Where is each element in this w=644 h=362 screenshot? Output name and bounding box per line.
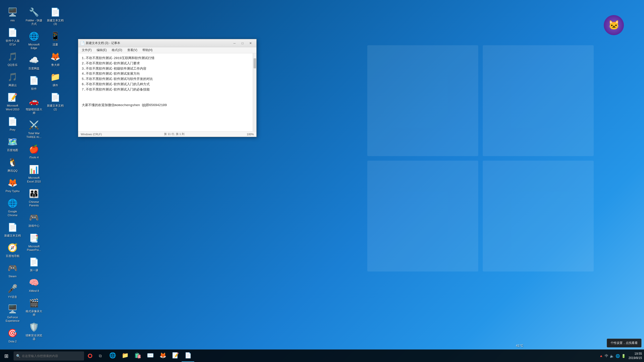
desktop-icon-label-new-doc: 新建文本文档 [4, 234, 21, 237]
taskbar-app-icon-explorer: 📁 [122, 352, 129, 359]
notepad-statusbar: Windows (CRLF) 第 11 行, 第 1 列 100% [78, 131, 256, 137]
desktop-icon-label-new-doc-2: 新建文本文档 (2) [46, 104, 64, 111]
desktop-icon-img-yy-voice: 🎤 [7, 283, 18, 294]
taskbar-app-explorer[interactable]: 📁 [119, 350, 131, 362]
systray-network[interactable]: 🌐 [616, 354, 620, 358]
desktop-icon-jiazhengche[interactable]: 🚗 驾驶模拟器大师 [24, 94, 44, 116]
notepad-menu-item-1[interactable]: 编辑(E) [94, 48, 109, 53]
desktop-icon-ms-powerpoint[interactable]: 📑 Microsoft PowerPoi... [24, 231, 44, 253]
taskbar-search-box[interactable]: 🔍 [14, 351, 84, 360]
desktop-icon-google-chrome[interactable]: 🌐 Google Chrome [3, 196, 23, 218]
taskbar-app-notepad-taskbar[interactable]: 📄 [182, 350, 194, 362]
desktop-icon-security[interactable]: 🛡️ 猎豹安全浏览器 [24, 320, 44, 342]
desktop-icon-xmind[interactable]: 🧠 XMind 8 [24, 276, 44, 294]
desktop-icon-fiddler[interactable]: 🔧 Fiddler - 快捷方式 [24, 5, 44, 27]
systray-volume[interactable]: 🔈 [610, 354, 614, 358]
desktop-icon-wangyi-yun[interactable]: 🎵 网易云 [3, 70, 23, 88]
notepad-line-7 [82, 93, 249, 98]
desktop-icon-img-software: 📄 [28, 75, 39, 86]
systray-caret[interactable]: 🔺 [599, 354, 603, 358]
desktop-icon-yy-voice[interactable]: 🎤 YY语音 [3, 282, 23, 300]
taskbar: ⊞ 🔍 ⭕ ⧉ 🌐📁🛍️✉️🦊📝📄 🔺 中 🔈 🌐 🔋 19:55 2019/8… [0, 349, 644, 362]
taskbar-app-icon-notepad-taskbar: 📄 [185, 352, 191, 359]
desktop-icon-label-google-chrome: Google Chrome [4, 210, 22, 217]
taskbar-app-store[interactable]: 🛍️ [131, 350, 144, 362]
desktop-icon-qq[interactable]: 🐧 腾讯QQ [3, 155, 23, 174]
notepad-menubar: 文件(F)编辑(E)格式(O)查看(V)帮助(H) [78, 47, 256, 53]
desktop-icon-prey-typhu[interactable]: 🦊 Prey Typhu [3, 176, 23, 194]
desktop-icon-prey[interactable]: 📄 Prey [3, 114, 23, 133]
systray-input-method[interactable]: 中 [605, 354, 608, 358]
desktop-icon-label-chinese-parents: Chinese Parents [25, 200, 43, 207]
taskbar-task-view-button[interactable]: ⧉ [95, 350, 105, 362]
notepad-menu-item-2[interactable]: 格式(O) [109, 48, 125, 53]
taskbar-app-edge[interactable]: 🌐 [106, 350, 119, 362]
taskbar-search-icon: 🔍 [16, 354, 20, 358]
start-button[interactable]: ⊞ [0, 350, 13, 362]
desktop-icon-qq-music[interactable]: 🎵 QQ音乐 [3, 50, 23, 68]
desktop-icon-new-doc[interactable]: 📄 新建文本文档 [3, 220, 23, 239]
taskbar-app-icon-firefox: 🦊 [159, 352, 166, 359]
desktop-icon-latuya[interactable]: 🦊 鲁大师 [45, 50, 65, 68]
desktop-icon-software[interactable]: 📄 软件 [24, 73, 44, 92]
taskbar-cortana-button[interactable]: ⭕ [85, 350, 95, 362]
desktop-icon-baidu-nav[interactable]: 🧭 百度地导航 [3, 241, 23, 259]
desktop-icon-chinese-parents[interactable]: 👨‍👩‍👧 Chinese Parents [24, 187, 44, 209]
desktop-icon-img-steam: 🎮 [7, 262, 18, 274]
notepad-menu-item-0[interactable]: 文件(F) [79, 48, 94, 53]
desktop-icon-img-baidu-nav: 🧭 [7, 242, 18, 253]
desktop-icon-lesson[interactable]: 📁 课件 [45, 70, 65, 88]
notepad-menu-item-4[interactable]: 帮助(H) [140, 48, 155, 53]
desktop-icon-img-baidu-maps: 🗺️ [7, 136, 18, 147]
notepad-encoding: Windows (CRLF) [81, 133, 102, 136]
desktop-icon-dota2[interactable]: 🎯 Dota 2 [3, 326, 23, 345]
taskbar-search-input[interactable] [22, 354, 72, 358]
desktop-icon-img-itools: 🍎 [28, 144, 39, 155]
desktop-icon-img-new-doc: 📄 [7, 222, 18, 233]
notepad-menu-item-3[interactable]: 查看(V) [125, 48, 140, 53]
notepad-line-4: 5.不吹不黑软件测试-软件测试与软件开发的对比 [82, 77, 249, 82]
desktop-icon-img-new-doc-3: 📄 [50, 7, 61, 18]
desktop-icon-geforce[interactable]: 🖥️ GeForce Experience [3, 302, 23, 324]
notepad-minimize-button[interactable]: ─ [231, 40, 238, 46]
taskbar-app-word-taskbar[interactable]: 📝 [169, 350, 182, 362]
desktop-icon-baidu-disk[interactable]: ☁️ 百度网盘 [24, 53, 44, 72]
desktop-icon-ms-excel[interactable]: 📊 Microsoft Excel 2010 [24, 162, 44, 185]
taskbar-clock[interactable]: 19:55 2019/8/15 [629, 352, 642, 360]
desktop-icon-total-war[interactable]: ⚔️ Total War THREE KI... [24, 118, 44, 140]
desktop-icon-game-center[interactable]: 🎮 游戏中心 [24, 210, 44, 229]
desktop-icon-img-chinese-parents: 👨‍👩‍👧 [28, 188, 39, 199]
notepad-close-button[interactable]: ✕ [247, 40, 254, 46]
notification-popup: 个性设置，点找看看 [607, 339, 641, 347]
systray-battery[interactable]: 🔋 [621, 354, 626, 358]
desktop-icon-img-prey: 📄 [7, 116, 18, 127]
taskbar-app-icon-edge: 🌐 [109, 352, 116, 359]
notepad-maximize-button[interactable]: □ [239, 40, 246, 46]
desktop-icon-img-game-center: 🎮 [28, 212, 39, 223]
desktop-icon-label-ms-powerpoint: Microsoft PowerPoi... [25, 245, 43, 252]
desktop-icon-liuyi[interactable]: 📱 流量 [45, 29, 65, 48]
desktop-icon-baidu-maps[interactable]: 🗺️ 百度地图 [3, 135, 23, 153]
desktop-icon-dajizhan[interactable]: 🎬 格式录像录大师 [24, 296, 44, 318]
desktop-icon-img-geforce: 🖥️ [7, 303, 18, 314]
notepad-text-area[interactable]: 1.不吹不黑软件测试-2019互联网和软件测试行情2.不吹不黑软件测试-软件测试… [78, 53, 253, 131]
desktop-icon-lesson-1[interactable]: 📄 第一课 [24, 255, 44, 274]
desktop-icon-word-2010[interactable]: 📄 软件个人版0714 [3, 25, 23, 48]
desktop-icon-mis[interactable]: 🖥️ mis [3, 5, 23, 24]
tmall-genie-widget[interactable]: 🐱 [604, 15, 624, 35]
desktop-icon-img-ms-powerpoint: 📑 [28, 233, 39, 244]
taskbar-time: 19:55 [629, 352, 642, 356]
notepad-scrollbar[interactable] [253, 53, 256, 131]
desktop-icon-new-doc-3[interactable]: 📄 新建文本文档 (3) [45, 5, 65, 27]
taskbar-app-firefox[interactable]: 🦊 [156, 350, 169, 362]
temperature-display: 41°C [516, 344, 523, 347]
desktop-icon-img-new-doc-2: 📄 [50, 92, 61, 103]
desktop-icon-microsoft-word[interactable]: 📝 Microsoft Word 2010 [3, 90, 23, 113]
desktop-icon-itools[interactable]: 🍎 iTools 4 [24, 142, 44, 161]
desktop-icon-ms-edge[interactable]: 🌐 Microsoft Edge [24, 29, 44, 52]
desktop-icon-label-lesson-1: 第一课 [30, 268, 38, 272]
desktop-icon-steam[interactable]: 🎮 Steam [3, 261, 23, 280]
desktop-icon-new-doc-2[interactable]: 📄 新建文本文档 (2) [45, 90, 65, 113]
taskbar-app-mail[interactable]: ✉️ [144, 350, 156, 362]
desktop-icon-img-wangyi-yun: 🎵 [7, 71, 18, 82]
